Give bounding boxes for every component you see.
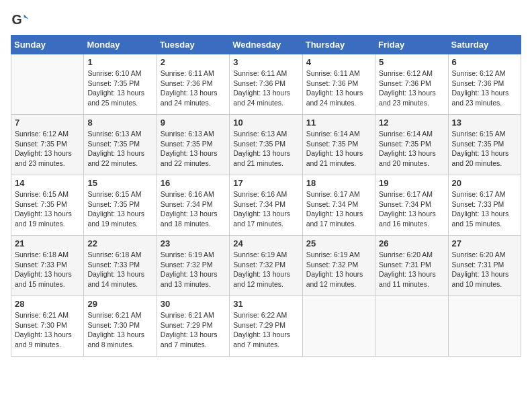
calendar-cell: 29Sunrise: 6:21 AM Sunset: 7:30 PM Dayli…	[84, 296, 157, 357]
day-number: 30	[161, 299, 226, 309]
page-header: G	[11, 11, 521, 30]
day-number: 13	[452, 118, 517, 128]
day-info: Sunrise: 6:13 AM Sunset: 7:35 PM Dayligh…	[233, 129, 298, 169]
calendar-header-monday: Monday	[84, 36, 157, 54]
calendar-cell: 6Sunrise: 6:12 AM Sunset: 7:36 PM Daylig…	[448, 54, 521, 115]
day-info: Sunrise: 6:18 AM Sunset: 7:33 PM Dayligh…	[15, 250, 80, 289]
day-info: Sunrise: 6:14 AM Sunset: 7:35 PM Dayligh…	[379, 129, 444, 169]
day-info: Sunrise: 6:19 AM Sunset: 7:32 PM Dayligh…	[161, 250, 226, 289]
calendar-week-row: 14Sunrise: 6:15 AM Sunset: 7:35 PM Dayli…	[11, 175, 521, 236]
calendar-header-friday: Friday	[375, 36, 448, 54]
calendar-cell: 19Sunrise: 6:17 AM Sunset: 7:34 PM Dayli…	[375, 175, 448, 236]
day-info: Sunrise: 6:22 AM Sunset: 7:29 PM Dayligh…	[233, 310, 298, 350]
calendar-cell: 5Sunrise: 6:12 AM Sunset: 7:36 PM Daylig…	[375, 54, 448, 115]
day-number: 28	[15, 299, 80, 309]
logo: G	[11, 11, 32, 30]
day-number: 20	[452, 178, 517, 188]
day-info: Sunrise: 6:10 AM Sunset: 7:35 PM Dayligh…	[87, 68, 152, 108]
calendar-header-tuesday: Tuesday	[157, 36, 229, 54]
day-info: Sunrise: 6:15 AM Sunset: 7:35 PM Dayligh…	[15, 189, 80, 229]
calendar-header-saturday: Saturday	[448, 36, 521, 54]
day-number: 6	[452, 57, 517, 67]
calendar-cell: 2Sunrise: 6:11 AM Sunset: 7:36 PM Daylig…	[157, 54, 229, 115]
calendar-cell: 23Sunrise: 6:19 AM Sunset: 7:32 PM Dayli…	[157, 236, 229, 296]
day-number: 10	[233, 118, 298, 128]
day-number: 27	[452, 238, 517, 248]
calendar-cell: 14Sunrise: 6:15 AM Sunset: 7:35 PM Dayli…	[11, 175, 84, 236]
day-info: Sunrise: 6:19 AM Sunset: 7:32 PM Dayligh…	[233, 250, 298, 289]
day-number: 25	[306, 238, 371, 248]
day-number: 2	[161, 57, 226, 67]
calendar-cell: 15Sunrise: 6:15 AM Sunset: 7:35 PM Dayli…	[84, 175, 157, 236]
calendar-cell: 11Sunrise: 6:14 AM Sunset: 7:35 PM Dayli…	[302, 115, 375, 175]
calendar-cell: 20Sunrise: 6:17 AM Sunset: 7:33 PM Dayli…	[448, 175, 521, 236]
calendar-cell: 31Sunrise: 6:22 AM Sunset: 7:29 PM Dayli…	[230, 296, 302, 357]
day-info: Sunrise: 6:16 AM Sunset: 7:34 PM Dayligh…	[233, 189, 298, 229]
day-info: Sunrise: 6:15 AM Sunset: 7:35 PM Dayligh…	[87, 189, 152, 229]
day-number: 24	[233, 238, 298, 248]
calendar-week-row: 21Sunrise: 6:18 AM Sunset: 7:33 PM Dayli…	[11, 236, 521, 296]
calendar-cell: 13Sunrise: 6:15 AM Sunset: 7:35 PM Dayli…	[448, 115, 521, 175]
calendar-cell: 21Sunrise: 6:18 AM Sunset: 7:33 PM Dayli…	[11, 236, 84, 296]
day-number: 11	[306, 118, 371, 128]
day-info: Sunrise: 6:17 AM Sunset: 7:34 PM Dayligh…	[306, 189, 371, 229]
calendar-cell: 1Sunrise: 6:10 AM Sunset: 7:35 PM Daylig…	[84, 54, 157, 115]
day-info: Sunrise: 6:20 AM Sunset: 7:31 PM Dayligh…	[379, 250, 444, 289]
calendar-cell	[375, 296, 448, 357]
calendar-cell: 18Sunrise: 6:17 AM Sunset: 7:34 PM Dayli…	[302, 175, 375, 236]
day-info: Sunrise: 6:21 AM Sunset: 7:30 PM Dayligh…	[87, 310, 152, 350]
calendar-cell: 8Sunrise: 6:13 AM Sunset: 7:35 PM Daylig…	[84, 115, 157, 175]
calendar-cell: 27Sunrise: 6:20 AM Sunset: 7:31 PM Dayli…	[448, 236, 521, 296]
day-number: 17	[233, 178, 298, 188]
calendar-header-wednesday: Wednesday	[230, 36, 302, 54]
day-number: 18	[306, 178, 371, 188]
day-info: Sunrise: 6:20 AM Sunset: 7:31 PM Dayligh…	[452, 250, 517, 289]
calendar-cell: 10Sunrise: 6:13 AM Sunset: 7:35 PM Dayli…	[230, 115, 302, 175]
day-number: 8	[87, 118, 152, 128]
calendar-cell: 16Sunrise: 6:16 AM Sunset: 7:34 PM Dayli…	[157, 175, 229, 236]
calendar-cell: 22Sunrise: 6:18 AM Sunset: 7:33 PM Dayli…	[84, 236, 157, 296]
calendar-table: SundayMondayTuesdayWednesdayThursdayFrid…	[11, 35, 521, 357]
day-number: 3	[233, 57, 298, 67]
day-number: 15	[87, 178, 152, 188]
day-number: 16	[161, 178, 226, 188]
calendar-header-row: SundayMondayTuesdayWednesdayThursdayFrid…	[11, 36, 521, 54]
calendar-cell	[302, 296, 375, 357]
calendar-header-thursday: Thursday	[302, 36, 375, 54]
calendar-cell: 3Sunrise: 6:11 AM Sunset: 7:36 PM Daylig…	[230, 54, 302, 115]
day-number: 7	[15, 118, 80, 128]
day-number: 29	[87, 299, 152, 309]
calendar-week-row: 28Sunrise: 6:21 AM Sunset: 7:30 PM Dayli…	[11, 296, 521, 357]
day-info: Sunrise: 6:11 AM Sunset: 7:36 PM Dayligh…	[161, 68, 226, 108]
calendar-cell: 25Sunrise: 6:19 AM Sunset: 7:32 PM Dayli…	[302, 236, 375, 296]
calendar-cell	[448, 296, 521, 357]
day-info: Sunrise: 6:14 AM Sunset: 7:35 PM Dayligh…	[306, 129, 371, 169]
day-info: Sunrise: 6:19 AM Sunset: 7:32 PM Dayligh…	[306, 250, 371, 289]
day-info: Sunrise: 6:12 AM Sunset: 7:36 PM Dayligh…	[379, 68, 444, 108]
day-number: 21	[15, 238, 80, 248]
calendar-cell: 7Sunrise: 6:12 AM Sunset: 7:35 PM Daylig…	[11, 115, 84, 175]
day-info: Sunrise: 6:18 AM Sunset: 7:33 PM Dayligh…	[87, 250, 152, 289]
day-info: Sunrise: 6:17 AM Sunset: 7:33 PM Dayligh…	[452, 189, 517, 229]
day-number: 19	[379, 178, 444, 188]
day-number: 1	[87, 57, 152, 67]
calendar-cell	[11, 54, 84, 115]
calendar-cell: 4Sunrise: 6:11 AM Sunset: 7:36 PM Daylig…	[302, 54, 375, 115]
calendar-cell: 24Sunrise: 6:19 AM Sunset: 7:32 PM Dayli…	[230, 236, 302, 296]
day-number: 4	[306, 57, 371, 67]
day-number: 9	[161, 118, 226, 128]
day-number: 12	[379, 118, 444, 128]
calendar-cell: 26Sunrise: 6:20 AM Sunset: 7:31 PM Dayli…	[375, 236, 448, 296]
calendar-header-sunday: Sunday	[11, 36, 84, 54]
day-number: 22	[87, 238, 152, 248]
day-info: Sunrise: 6:12 AM Sunset: 7:36 PM Dayligh…	[452, 68, 517, 108]
day-number: 31	[233, 299, 298, 309]
calendar-cell: 28Sunrise: 6:21 AM Sunset: 7:30 PM Dayli…	[11, 296, 84, 357]
calendar-week-row: 7Sunrise: 6:12 AM Sunset: 7:35 PM Daylig…	[11, 115, 521, 175]
calendar-cell: 30Sunrise: 6:21 AM Sunset: 7:29 PM Dayli…	[157, 296, 229, 357]
day-info: Sunrise: 6:21 AM Sunset: 7:30 PM Dayligh…	[15, 310, 80, 350]
day-number: 5	[379, 57, 444, 67]
day-info: Sunrise: 6:21 AM Sunset: 7:29 PM Dayligh…	[161, 310, 226, 350]
day-number: 23	[161, 238, 226, 248]
calendar-cell: 17Sunrise: 6:16 AM Sunset: 7:34 PM Dayli…	[230, 175, 302, 236]
